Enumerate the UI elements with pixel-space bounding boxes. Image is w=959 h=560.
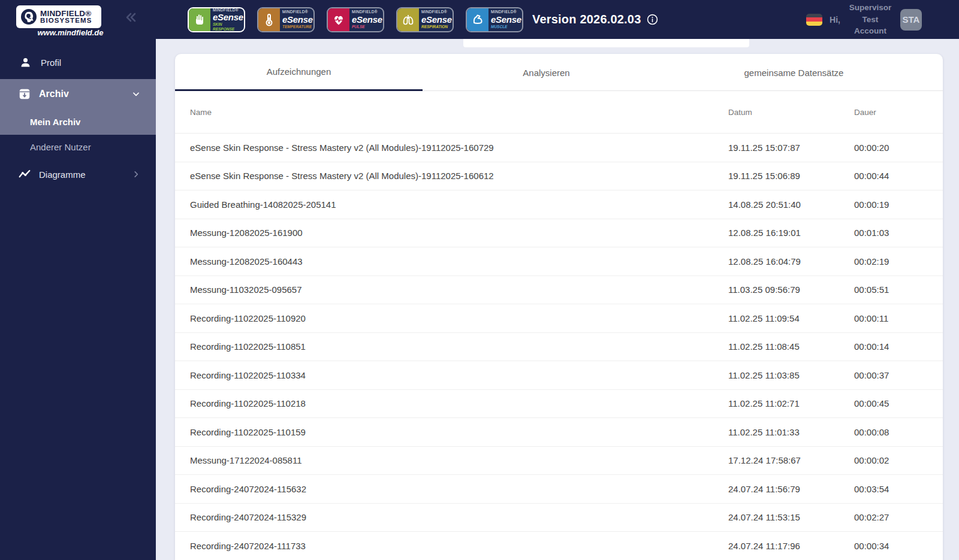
recording-datum: 12.08.25 16:19:01 — [728, 228, 854, 238]
table-row[interactable]: Recording-11022025-110920 11.02.25 11:09… — [175, 304, 943, 333]
table-row[interactable]: Recording-24072024-115329 24.07.24 11:53… — [175, 504, 943, 532]
badge-name: eSense — [352, 14, 383, 25]
sidebar-collapse-button[interactable] — [123, 10, 138, 25]
table-row[interactable]: Recording-11022025-110159 11.02.25 11:01… — [175, 418, 943, 447]
recording-name: eSense Skin Response - Stress Mastery v2… — [175, 143, 728, 153]
recording-datum: 11.02.25 11:08:45 — [728, 341, 854, 352]
sidebar-archiv-group: Archiv Mein Archiv — [0, 79, 156, 135]
recording-name: Recording-11022025-110920 — [175, 313, 728, 323]
recording-datum: 11.02.25 11:01:33 — [728, 427, 854, 437]
german-flag-icon[interactable] — [806, 14, 822, 26]
recording-datum: 12.08.25 16:04:79 — [728, 256, 854, 267]
content-area: Aufzeichnungen Analysieren gemeinsame Da… — [156, 39, 959, 560]
table-row[interactable]: Recording-11022025-110851 11.02.25 11:08… — [175, 333, 943, 362]
badge-product: MUSCLE — [491, 25, 522, 29]
line-chart-icon — [18, 168, 31, 181]
recording-dauer: 00:00:08 — [854, 427, 943, 437]
recording-name: Recording-11022025-110218 — [175, 398, 728, 408]
recording-dauer: 00:03:54 — [854, 484, 943, 494]
recording-dauer: 00:01:03 — [854, 228, 943, 238]
recording-dauer: 00:00:20 — [854, 143, 943, 153]
chevron-right-icon — [132, 170, 140, 178]
top-header: MINDFIELD® eSense SKIN RESPONSE MINDFIEL… — [156, 0, 959, 39]
recording-dauer: 00:05:51 — [854, 284, 943, 295]
sidebar-item-diagramme[interactable]: Diagramme — [0, 163, 156, 186]
avatar[interactable]: STA — [900, 9, 922, 31]
badge-esense-skin-response[interactable]: MINDFIELD® eSense SKIN RESPONSE — [188, 7, 245, 32]
badge-brand: MINDFIELD® — [491, 10, 522, 14]
table-body: eSense Skin Response - Stress Mastery v2… — [175, 134, 943, 560]
recording-dauer: 00:00:34 — [854, 541, 943, 551]
table-row[interactable]: Recording-11022025-110334 11.02.25 11:03… — [175, 361, 943, 390]
recording-name: Recording-11022025-110851 — [175, 341, 728, 352]
sidebar: MINDFIELD® BIOSYSTEMS www.mindfield.de P… — [0, 0, 156, 560]
table-row[interactable]: Messung-12082025-160443 12.08.25 16:04:7… — [175, 247, 943, 276]
recording-datum: 11.02.25 11:02:71 — [728, 398, 854, 408]
table-row[interactable]: Messung-17122024-085811 17.12.24 17:58:6… — [175, 447, 943, 476]
archive-icon — [18, 87, 31, 101]
sidebar-item-mein-archiv[interactable]: Mein Archiv — [0, 109, 156, 135]
recording-dauer: 00:00:45 — [854, 398, 943, 408]
recording-name: Messung-17122024-085811 — [175, 455, 728, 465]
recording-name: Messung-12082025-160443 — [175, 256, 728, 267]
table-row[interactable]: eSense Skin Response - Stress Mastery v2… — [175, 162, 943, 191]
badge-esense-muscle[interactable]: MINDFIELD® eSense MUSCLE — [466, 7, 523, 32]
mindfield-logo[interactable]: MINDFIELD® BIOSYSTEMS — [16, 5, 101, 28]
badge-product: RESPIRATION — [421, 25, 453, 29]
recording-datum: 19.11.25 15:07:87 — [728, 143, 854, 153]
table-row[interactable]: Recording-24072024-111733 24.07.24 11:17… — [175, 532, 943, 560]
badge-product: TEMPERATURE — [282, 25, 313, 29]
column-header-name[interactable]: Name — [175, 108, 728, 117]
recording-dauer: 00:00:19 — [854, 199, 943, 210]
archive-card: Aufzeichnungen Analysieren gemeinsame Da… — [175, 54, 943, 560]
badge-product: SKIN RESPONSE — [213, 22, 244, 31]
recording-datum: 17.12.24 17:58:67 — [728, 455, 854, 465]
info-icon[interactable] — [647, 14, 658, 25]
tab-gemeinsame-datensaetze[interactable]: gemeinsame Datensätze — [670, 54, 918, 91]
chevron-down-icon — [132, 90, 140, 98]
mindfield-head-icon — [20, 8, 37, 25]
badge-name: eSense — [491, 14, 522, 25]
sidebar-item-label: Profil — [41, 57, 61, 68]
badge-product: PULSE — [352, 25, 383, 29]
sidebar-item-archiv[interactable]: Archiv — [0, 79, 156, 109]
recording-datum: 24.07.24 11:17:96 — [728, 541, 854, 551]
account-area: Hi, Supervisor Test Account STA — [806, 2, 959, 37]
tab-bar: Aufzeichnungen Analysieren gemeinsame Da… — [175, 54, 943, 91]
tab-aufzeichnungen[interactable]: Aufzeichnungen — [175, 54, 423, 91]
version-label: Version 2026.02.03 — [532, 13, 641, 26]
partial-toolbar — [463, 39, 749, 47]
recording-dauer: 00:00:14 — [854, 341, 943, 352]
recording-name: Recording-24072024-115329 — [175, 512, 728, 522]
table-row[interactable]: eSense Skin Response - Stress Mastery v2… — [175, 134, 943, 162]
badge-name: eSense — [282, 14, 313, 25]
recording-datum: 14.08.25 20:51:40 — [728, 199, 854, 210]
sidebar-item-label: Archiv — [39, 89, 69, 99]
recording-name: Recording-24072024-111733 — [175, 541, 728, 551]
sidebar-item-anderer-nutzer[interactable]: Anderer Nutzer — [0, 137, 156, 157]
table-row[interactable]: Recording-24072024-115632 24.07.24 11:56… — [175, 475, 943, 504]
recording-datum: 19.11.25 15:06:89 — [728, 171, 854, 181]
recording-dauer: 00:00:44 — [854, 171, 943, 181]
lungs-icon — [397, 8, 419, 31]
badge-esense-temperature[interactable]: MINDFIELD® eSense TEMPERATURE — [257, 7, 315, 32]
table-row[interactable]: Messung-12082025-161900 12.08.25 16:19:0… — [175, 219, 943, 248]
badge-brand: MINDFIELD® — [213, 8, 244, 12]
badge-esense-respiration[interactable]: MINDFIELD® eSense RESPIRATION — [396, 7, 454, 32]
recording-name: Messung-12082025-161900 — [175, 228, 728, 238]
table-row[interactable]: Messung-11032025-095657 11.03.25 09:56:7… — [175, 276, 943, 305]
tab-analysieren[interactable]: Analysieren — [423, 54, 670, 91]
column-header-datum[interactable]: Datum — [728, 108, 854, 117]
badge-esense-pulse[interactable]: MINDFIELD® eSense PULSE — [327, 7, 384, 32]
table-row[interactable]: Guided Breathing-14082025-205141 14.08.2… — [175, 190, 943, 219]
recording-name: eSense Skin Response - Stress Mastery v2… — [175, 171, 728, 181]
double-chevron-left-icon — [123, 10, 138, 25]
table-row[interactable]: Recording-11022025-110218 11.02.25 11:02… — [175, 390, 943, 419]
thermometer-icon — [258, 8, 280, 31]
sidebar-item-profil[interactable]: Profil — [0, 53, 156, 72]
recording-datum: 11.02.25 11:03:85 — [728, 370, 854, 380]
recording-dauer: 00:00:37 — [854, 370, 943, 380]
column-header-dauer[interactable]: Dauer — [854, 108, 943, 117]
esense-product-badges: MINDFIELD® eSense SKIN RESPONSE MINDFIEL… — [188, 7, 523, 32]
badge-name: eSense — [213, 12, 244, 22]
